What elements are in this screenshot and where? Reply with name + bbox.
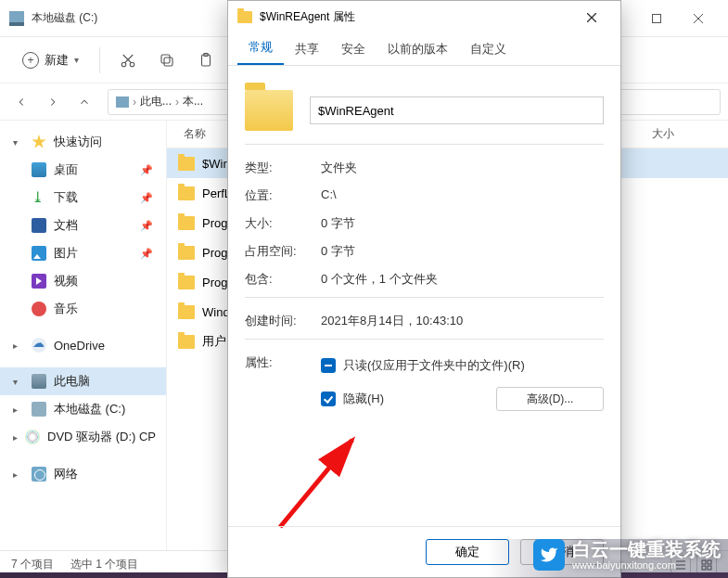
status-selected: 选中 1 个项目 [70, 557, 138, 572]
folder-icon [237, 11, 252, 23]
sidebar-network[interactable]: ▸网络 [0, 460, 166, 488]
label-readonly: 只读(仅应用于文件夹中的文件)(R) [343, 357, 525, 374]
dialog-titlebar: $WinREAgent 属性 [228, 1, 620, 33]
plus-icon: + [22, 52, 39, 69]
pin-icon: 📌 [140, 248, 153, 260]
video-icon [32, 274, 46, 289]
up-button[interactable] [70, 89, 98, 115]
tab-sharing[interactable]: 共享 [284, 33, 330, 65]
drive-icon [9, 11, 24, 26]
sidebar-dvd[interactable]: ▸DVD 驱动器 (D:) CP [0, 423, 166, 451]
tab-general[interactable]: 常规 [237, 32, 284, 65]
watermark-url: www.baiyunxitong.com [572, 559, 721, 571]
label-location: 位置: [245, 187, 321, 204]
pin-icon: 📌 [140, 192, 153, 204]
forward-button[interactable] [39, 89, 67, 115]
value-size: 0 字节 [321, 215, 355, 232]
breadcrumb-seg[interactable]: 本... [183, 94, 203, 109]
chevron-down-icon: ▾ [74, 55, 79, 65]
value-disk: 0 字节 [321, 243, 355, 260]
properties-dialog: $WinREAgent 属性 常规 共享 安全 以前的版本 自定义 类型:文件夹… [227, 0, 621, 578]
dialog-title: $WinREAgent 属性 [260, 9, 572, 25]
name-input[interactable] [310, 96, 604, 124]
label-size: 大小: [245, 215, 321, 232]
drive-icon [116, 96, 129, 108]
maximize-button[interactable] [635, 2, 677, 35]
folder-icon [178, 305, 195, 319]
pictures-icon [32, 246, 46, 261]
status-items: 7 个项目 [11, 557, 54, 572]
label-hidden: 隐藏(H) [343, 391, 384, 407]
value-created: 2021年8月14日，10:43:10 [321, 313, 463, 329]
folder-icon [178, 216, 195, 230]
label-attributes: 属性: [245, 354, 321, 371]
sidebar-quick-access[interactable]: ▾快速访问 [0, 128, 166, 156]
cut-button[interactable] [111, 45, 145, 75]
svg-rect-1 [652, 14, 660, 22]
back-button[interactable] [7, 89, 35, 115]
svg-rect-8 [164, 58, 172, 66]
sidebar-desktop[interactable]: 桌面📌 [0, 156, 166, 184]
sidebar-onedrive[interactable]: ▸OneDrive [0, 332, 166, 358]
sidebar-thispc[interactable]: ▾此电脑 [0, 367, 166, 395]
col-size[interactable]: 大小 [646, 126, 711, 142]
breadcrumb-seg[interactable]: 此电... [140, 94, 172, 109]
dialog-close-button[interactable] [572, 4, 611, 32]
copy-button[interactable] [150, 45, 184, 75]
close-button[interactable] [677, 2, 719, 35]
music-icon [32, 302, 46, 316]
folder-icon [178, 186, 195, 200]
paste-button[interactable] [189, 45, 223, 75]
new-label: 新建 [45, 52, 69, 69]
pin-icon: 📌 [140, 220, 153, 232]
annotation-arrow-icon [273, 432, 402, 534]
checkbox-readonly[interactable] [321, 358, 336, 373]
value-contains: 0 个文件，1 个文件夹 [321, 271, 438, 288]
sidebar-pictures[interactable]: 图片📌 [0, 239, 166, 267]
checkbox-hidden[interactable] [321, 392, 336, 406]
folder-icon [178, 276, 195, 289]
sidebar-drive-c[interactable]: ▸本地磁盘 (C:) [0, 395, 166, 423]
cloud-icon [32, 338, 46, 353]
sidebar-documents[interactable]: 文档📌 [0, 212, 166, 239]
watermark: 白云一键重装系统 www.baiyunxitong.com [533, 539, 721, 571]
svg-point-5 [130, 62, 134, 67]
value-type: 文件夹 [321, 160, 357, 176]
tab-custom[interactable]: 自定义 [459, 33, 517, 65]
download-icon [32, 190, 46, 205]
value-location: C:\ [321, 187, 337, 204]
svg-line-21 [280, 440, 352, 527]
tab-security[interactable]: 安全 [330, 33, 377, 65]
drive-icon [32, 402, 46, 417]
label-created: 创建时间: [245, 313, 321, 329]
network-icon [32, 467, 46, 482]
folder-icon [178, 335, 195, 349]
star-icon [32, 135, 46, 149]
pin-icon: 📌 [140, 164, 153, 176]
folder-icon [245, 90, 293, 131]
pc-icon [32, 374, 46, 389]
desktop-icon [32, 162, 46, 177]
watermark-brand: 白云一键重装系统 [572, 539, 721, 559]
folder-icon [178, 157, 195, 171]
label-contains: 包含: [245, 271, 321, 288]
sidebar-downloads[interactable]: 下载📌 [0, 184, 166, 212]
document-icon [32, 218, 46, 233]
label-disk: 占用空间: [245, 243, 321, 260]
sidebar-videos[interactable]: 视频 [0, 267, 166, 295]
sidebar: ▾快速访问 桌面📌 下载📌 文档📌 图片📌 视频 音乐 ▸OneDrive ▾此… [0, 121, 167, 550]
dvd-icon [25, 430, 40, 444]
svg-rect-9 [161, 55, 170, 63]
new-button[interactable]: + 新建 ▾ [13, 46, 88, 74]
advanced-button[interactable]: 高级(D)... [496, 387, 604, 411]
label-type: 类型: [245, 160, 321, 176]
svg-point-4 [121, 62, 126, 67]
folder-icon [178, 246, 195, 260]
tab-previous[interactable]: 以前的版本 [377, 33, 459, 65]
tab-bar: 常规 共享 安全 以前的版本 自定义 [228, 33, 620, 65]
sidebar-music[interactable]: 音乐 [0, 295, 166, 323]
watermark-logo-icon [533, 539, 565, 571]
